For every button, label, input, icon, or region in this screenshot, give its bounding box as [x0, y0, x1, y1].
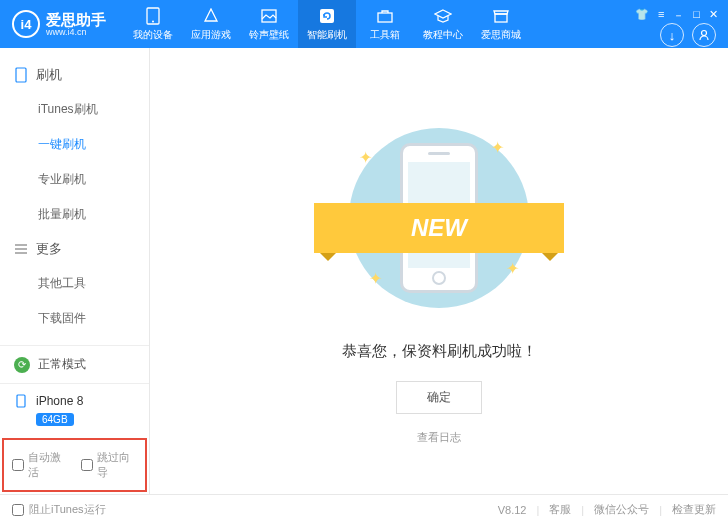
top-nav: 我的设备 应用游戏 铃声壁纸 智能刷机 工具箱 教程中心 爱思商城 — [124, 0, 530, 48]
device-mode[interactable]: ⟳ 正常模式 — [0, 345, 149, 383]
close-icon[interactable]: ✕ — [709, 8, 718, 23]
device-phone-icon — [14, 394, 28, 408]
phone-outline-icon — [14, 68, 28, 82]
confirm-button[interactable]: 确定 — [396, 381, 482, 414]
sidebar-item-batch-flash[interactable]: 批量刷机 — [0, 197, 149, 232]
storage-badge: 64GB — [36, 413, 74, 426]
maximize-icon[interactable]: □ — [693, 8, 700, 23]
success-message: 恭喜您，保资料刷机成功啦！ — [342, 342, 537, 361]
svg-rect-5 — [495, 14, 507, 22]
svg-rect-3 — [320, 9, 334, 23]
svg-point-6 — [702, 31, 707, 36]
phone-icon — [144, 7, 162, 25]
bottom-options: 自动激活 跳过向导 — [2, 438, 147, 492]
success-illustration: ✦✦✦✦ NEW — [339, 118, 539, 318]
store-icon — [492, 7, 510, 25]
wechat-link[interactable]: 微信公众号 — [594, 502, 649, 517]
sidebar-item-other-tools[interactable]: 其他工具 — [0, 266, 149, 301]
nav-tutorials[interactable]: 教程中心 — [414, 0, 472, 48]
skip-guide-checkbox[interactable]: 跳过向导 — [81, 450, 138, 480]
logo-url: www.i4.cn — [46, 27, 106, 37]
version-label: V8.12 — [498, 504, 527, 516]
sidebar-item-advanced[interactable]: 高级功能 — [0, 336, 149, 345]
logo-icon: i4 — [12, 10, 40, 38]
user-button[interactable] — [692, 23, 716, 47]
svg-rect-4 — [378, 13, 392, 22]
menu-lines-icon — [14, 242, 28, 256]
nav-apps[interactable]: 应用游戏 — [182, 0, 240, 48]
window-controls: 👕 ≡ － □ ✕ — [635, 4, 728, 23]
logo-text: 爱思助手 — [46, 12, 106, 27]
sidebar-group-flash[interactable]: 刷机 — [0, 58, 149, 92]
svg-point-1 — [152, 20, 154, 22]
auto-activate-checkbox[interactable]: 自动激活 — [12, 450, 69, 480]
skin-icon[interactable]: 👕 — [635, 8, 649, 23]
nav-store[interactable]: 爱思商城 — [472, 0, 530, 48]
sidebar-item-oneclick-flash[interactable]: 一键刷机 — [0, 127, 149, 162]
svg-rect-11 — [17, 395, 25, 407]
block-itunes-checkbox[interactable]: 阻止iTunes运行 — [12, 502, 106, 517]
nav-toolbox[interactable]: 工具箱 — [356, 0, 414, 48]
svg-rect-7 — [16, 68, 26, 82]
titlebar: i4 爱思助手 www.i4.cn 我的设备 应用游戏 铃声壁纸 智能刷机 工具… — [0, 0, 728, 48]
refresh-status-icon: ⟳ — [14, 357, 30, 373]
customer-service-link[interactable]: 客服 — [549, 502, 571, 517]
sidebar-item-itunes-flash[interactable]: iTunes刷机 — [0, 92, 149, 127]
image-icon — [260, 7, 278, 25]
menu-icon[interactable]: ≡ — [658, 8, 664, 23]
new-banner: NEW — [314, 203, 564, 253]
sidebar: 刷机 iTunes刷机 一键刷机 专业刷机 批量刷机 更多 其他工具 下载固件 … — [0, 48, 150, 494]
sidebar-group-more[interactable]: 更多 — [0, 232, 149, 266]
sidebar-item-pro-flash[interactable]: 专业刷机 — [0, 162, 149, 197]
app-logo[interactable]: i4 爱思助手 www.i4.cn — [0, 10, 118, 38]
refresh-icon — [318, 7, 336, 25]
nav-flash[interactable]: 智能刷机 — [298, 0, 356, 48]
device-block[interactable]: iPhone 8 64GB — [0, 383, 149, 436]
minimize-icon[interactable]: － — [673, 8, 684, 23]
graduation-icon — [434, 7, 452, 25]
toolbox-icon — [376, 7, 394, 25]
download-button[interactable]: ↓ — [660, 23, 684, 47]
sidebar-item-download-firmware[interactable]: 下载固件 — [0, 301, 149, 336]
nav-my-device[interactable]: 我的设备 — [124, 0, 182, 48]
apps-icon — [202, 7, 220, 25]
nav-ringtones[interactable]: 铃声壁纸 — [240, 0, 298, 48]
statusbar: 阻止iTunes运行 V8.12 | 客服 | 微信公众号 | 检查更新 — [0, 494, 728, 524]
view-log-link[interactable]: 查看日志 — [417, 430, 461, 445]
device-name: iPhone 8 — [36, 394, 83, 408]
check-update-link[interactable]: 检查更新 — [672, 502, 716, 517]
main-content: ✦✦✦✦ NEW 恭喜您，保资料刷机成功啦！ 确定 查看日志 — [150, 48, 728, 494]
